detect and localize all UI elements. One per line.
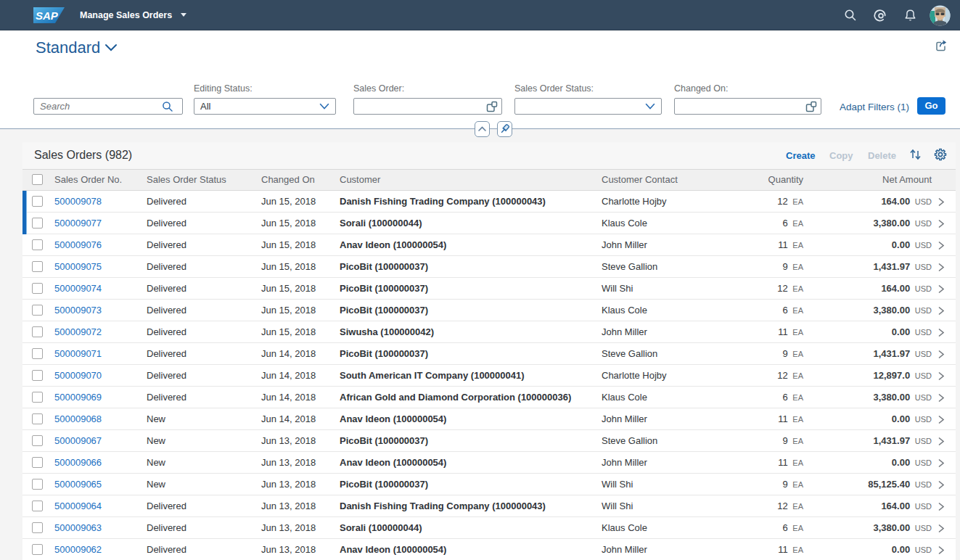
svg-text:SAP: SAP: [36, 9, 59, 22]
